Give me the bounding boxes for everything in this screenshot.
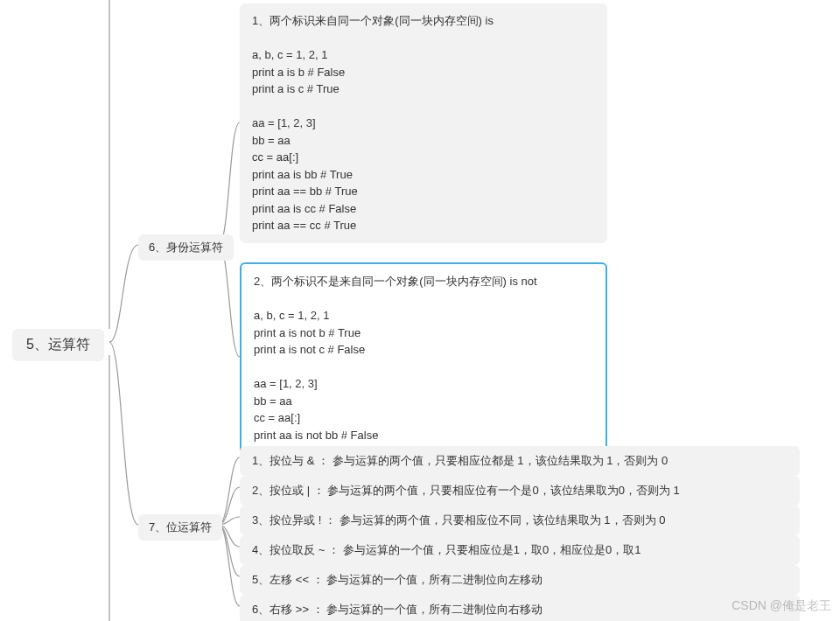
node-bitwise-operator[interactable]: 7、位运算符 bbox=[138, 514, 222, 541]
watermark-text: CSDN @俺是老王 bbox=[732, 598, 831, 614]
node-bitwise-and[interactable]: 1、按位与 & ： 参与运算的两个值，只要相应位都是 1，该位结果取为 1，否则… bbox=[240, 446, 800, 476]
node-identity-is-not[interactable]: 2、两个标识不是来自同一个对象(同一块内存空间) is not a, b, c … bbox=[240, 262, 607, 471]
node-identity-operator[interactable]: 6、身份运算符 bbox=[138, 234, 234, 261]
node-bitwise-left-shift[interactable]: 5、左移 << ： 参与运算的一个值，所有二进制位向左移动 bbox=[240, 565, 800, 595]
node-bitwise-xor[interactable]: 3、按位异或 ! ： 参与运算的两个值，只要相应位不同，该位结果取为 1，否则为… bbox=[240, 506, 800, 535]
node-bitwise-not[interactable]: 4、按位取反 ~ ： 参与运算的一个值，只要相应位是1，取0，相应位是0，取1 bbox=[240, 535, 800, 565]
node-bitwise-or[interactable]: 2、按位或 | ： 参与运算的两个值，只要相应位有一个是0，该位结果取为0，否则… bbox=[240, 476, 800, 506]
node-bitwise-right-shift[interactable]: 6、右移 >> ： 参与运算的一个值，所有二进制位向右移动 bbox=[240, 595, 800, 621]
node-identity-is[interactable]: 1、两个标识来自同一个对象(同一块内存空间) is a, b, c = 1, 2… bbox=[240, 3, 607, 243]
root-node-operators[interactable]: 5、运算符 bbox=[12, 329, 104, 361]
